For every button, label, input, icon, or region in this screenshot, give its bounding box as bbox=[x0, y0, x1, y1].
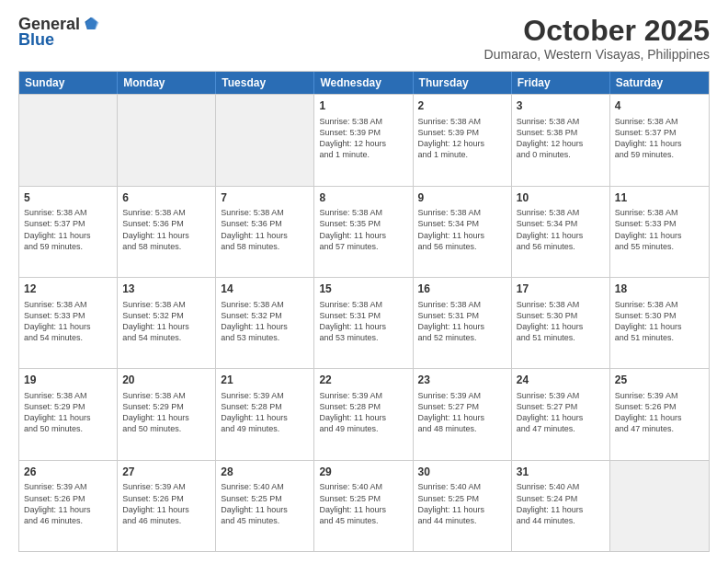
day-number: 15 bbox=[319, 282, 407, 297]
cell-info: Sunrise: 5:40 AM Sunset: 5:25 PM Dayligh… bbox=[221, 481, 309, 526]
day-number: 5 bbox=[24, 190, 112, 206]
calendar-cell: 28Sunrise: 5:40 AM Sunset: 5:25 PM Dayli… bbox=[216, 461, 314, 551]
logo-icon bbox=[82, 16, 100, 34]
day-number: 24 bbox=[517, 373, 605, 388]
day-number: 27 bbox=[122, 465, 210, 480]
cell-info: Sunrise: 5:39 AM Sunset: 5:26 PM Dayligh… bbox=[122, 481, 210, 526]
cell-info: Sunrise: 5:40 AM Sunset: 5:25 PM Dayligh… bbox=[418, 481, 506, 526]
day-number: 6 bbox=[122, 190, 210, 206]
calendar-cell: 9Sunrise: 5:38 AM Sunset: 5:34 PM Daylig… bbox=[414, 187, 512, 277]
calendar-cell: 24Sunrise: 5:39 AM Sunset: 5:27 PM Dayli… bbox=[512, 369, 610, 459]
cell-info: Sunrise: 5:39 AM Sunset: 5:26 PM Dayligh… bbox=[24, 481, 112, 526]
weekday-header: Thursday bbox=[414, 72, 512, 94]
calendar-cell: 14Sunrise: 5:38 AM Sunset: 5:32 PM Dayli… bbox=[216, 278, 314, 368]
svg-marker-1 bbox=[85, 17, 98, 29]
calendar-cell bbox=[118, 95, 216, 185]
day-number: 1 bbox=[319, 98, 407, 114]
calendar-cell: 30Sunrise: 5:40 AM Sunset: 5:25 PM Dayli… bbox=[414, 461, 512, 551]
calendar-cell: 11Sunrise: 5:38 AM Sunset: 5:33 PM Dayli… bbox=[610, 187, 709, 277]
cell-info: Sunrise: 5:38 AM Sunset: 5:39 PM Dayligh… bbox=[418, 116, 506, 161]
calendar-cell bbox=[216, 95, 314, 185]
weekday-header: Friday bbox=[512, 72, 610, 94]
day-number: 19 bbox=[24, 373, 112, 388]
cell-info: Sunrise: 5:38 AM Sunset: 5:33 PM Dayligh… bbox=[24, 299, 112, 344]
cell-info: Sunrise: 5:39 AM Sunset: 5:26 PM Dayligh… bbox=[615, 390, 704, 435]
cell-info: Sunrise: 5:38 AM Sunset: 5:37 PM Dayligh… bbox=[24, 207, 112, 252]
calendar-cell: 1Sunrise: 5:38 AM Sunset: 5:39 PM Daylig… bbox=[314, 95, 413, 185]
day-number: 8 bbox=[319, 190, 407, 206]
day-number: 2 bbox=[418, 98, 506, 114]
day-number: 26 bbox=[24, 465, 112, 480]
calendar-cell bbox=[19, 95, 118, 185]
day-number: 20 bbox=[122, 373, 210, 388]
calendar-cell: 15Sunrise: 5:38 AM Sunset: 5:31 PM Dayli… bbox=[314, 278, 413, 368]
day-number: 12 bbox=[24, 282, 112, 297]
weekday-header: Tuesday bbox=[216, 72, 314, 94]
day-number: 4 bbox=[615, 98, 704, 114]
day-number: 3 bbox=[517, 98, 605, 114]
cell-info: Sunrise: 5:39 AM Sunset: 5:27 PM Dayligh… bbox=[517, 390, 605, 435]
cell-info: Sunrise: 5:38 AM Sunset: 5:31 PM Dayligh… bbox=[418, 299, 506, 344]
calendar-cell: 25Sunrise: 5:39 AM Sunset: 5:26 PM Dayli… bbox=[610, 369, 709, 459]
calendar-header: SundayMondayTuesdayWednesdayThursdayFrid… bbox=[19, 72, 709, 94]
calendar-cell: 2Sunrise: 5:38 AM Sunset: 5:39 PM Daylig… bbox=[414, 95, 512, 185]
cell-info: Sunrise: 5:38 AM Sunset: 5:30 PM Dayligh… bbox=[517, 299, 605, 344]
day-number: 25 bbox=[615, 373, 704, 388]
cell-info: Sunrise: 5:39 AM Sunset: 5:28 PM Dayligh… bbox=[221, 390, 309, 435]
cell-info: Sunrise: 5:38 AM Sunset: 5:33 PM Dayligh… bbox=[615, 207, 704, 252]
calendar-cell: 4Sunrise: 5:38 AM Sunset: 5:37 PM Daylig… bbox=[610, 95, 709, 185]
logo: General Blue bbox=[18, 15, 100, 50]
calendar-cell: 27Sunrise: 5:39 AM Sunset: 5:26 PM Dayli… bbox=[118, 461, 216, 551]
cell-info: Sunrise: 5:38 AM Sunset: 5:36 PM Dayligh… bbox=[122, 207, 210, 252]
cell-info: Sunrise: 5:38 AM Sunset: 5:34 PM Dayligh… bbox=[517, 207, 605, 252]
day-number: 10 bbox=[517, 190, 605, 206]
cell-info: Sunrise: 5:38 AM Sunset: 5:39 PM Dayligh… bbox=[319, 116, 407, 161]
calendar-cell: 31Sunrise: 5:40 AM Sunset: 5:24 PM Dayli… bbox=[512, 461, 610, 551]
day-number: 7 bbox=[221, 190, 309, 206]
calendar-cell: 12Sunrise: 5:38 AM Sunset: 5:33 PM Dayli… bbox=[19, 278, 118, 368]
calendar-page: General Blue October 2025 Dumarao, Weste… bbox=[0, 0, 728, 563]
weekday-header: Wednesday bbox=[314, 72, 413, 94]
calendar-cell bbox=[610, 461, 709, 551]
day-number: 17 bbox=[517, 282, 605, 297]
cell-info: Sunrise: 5:40 AM Sunset: 5:25 PM Dayligh… bbox=[319, 481, 407, 526]
calendar-cell: 16Sunrise: 5:38 AM Sunset: 5:31 PM Dayli… bbox=[414, 278, 512, 368]
title-block: October 2025 Dumarao, Western Visayas, P… bbox=[484, 15, 710, 62]
cell-info: Sunrise: 5:38 AM Sunset: 5:29 PM Dayligh… bbox=[24, 390, 112, 435]
cell-info: Sunrise: 5:38 AM Sunset: 5:32 PM Dayligh… bbox=[221, 299, 309, 344]
cell-info: Sunrise: 5:38 AM Sunset: 5:36 PM Dayligh… bbox=[221, 207, 309, 252]
calendar-cell: 10Sunrise: 5:38 AM Sunset: 5:34 PM Dayli… bbox=[512, 187, 610, 277]
calendar-cell: 6Sunrise: 5:38 AM Sunset: 5:36 PM Daylig… bbox=[118, 187, 216, 277]
calendar-cell: 20Sunrise: 5:38 AM Sunset: 5:29 PM Dayli… bbox=[118, 369, 216, 459]
page-header: General Blue October 2025 Dumarao, Weste… bbox=[18, 15, 710, 62]
day-number: 23 bbox=[418, 373, 506, 388]
calendar-cell: 23Sunrise: 5:39 AM Sunset: 5:27 PM Dayli… bbox=[414, 369, 512, 459]
day-number: 13 bbox=[122, 282, 210, 297]
location: Dumarao, Western Visayas, Philippines bbox=[484, 47, 710, 62]
day-number: 11 bbox=[615, 190, 704, 206]
calendar-cell: 3Sunrise: 5:38 AM Sunset: 5:38 PM Daylig… bbox=[512, 95, 610, 185]
calendar-cell: 7Sunrise: 5:38 AM Sunset: 5:36 PM Daylig… bbox=[216, 187, 314, 277]
cell-info: Sunrise: 5:38 AM Sunset: 5:35 PM Dayligh… bbox=[319, 207, 407, 252]
day-number: 29 bbox=[319, 465, 407, 480]
calendar-body: 1Sunrise: 5:38 AM Sunset: 5:39 PM Daylig… bbox=[19, 94, 709, 551]
calendar-cell: 29Sunrise: 5:40 AM Sunset: 5:25 PM Dayli… bbox=[314, 461, 413, 551]
weekday-header: Saturday bbox=[610, 72, 709, 94]
calendar-cell: 22Sunrise: 5:39 AM Sunset: 5:28 PM Dayli… bbox=[314, 369, 413, 459]
calendar-cell: 17Sunrise: 5:38 AM Sunset: 5:30 PM Dayli… bbox=[512, 278, 610, 368]
month-title: October 2025 bbox=[484, 15, 710, 47]
cell-info: Sunrise: 5:38 AM Sunset: 5:29 PM Dayligh… bbox=[122, 390, 210, 435]
calendar-cell: 13Sunrise: 5:38 AM Sunset: 5:32 PM Dayli… bbox=[118, 278, 216, 368]
cell-info: Sunrise: 5:39 AM Sunset: 5:28 PM Dayligh… bbox=[319, 390, 407, 435]
day-number: 9 bbox=[418, 190, 506, 206]
cell-info: Sunrise: 5:38 AM Sunset: 5:32 PM Dayligh… bbox=[122, 299, 210, 344]
day-number: 14 bbox=[221, 282, 309, 297]
calendar-cell: 26Sunrise: 5:39 AM Sunset: 5:26 PM Dayli… bbox=[19, 461, 118, 551]
cell-info: Sunrise: 5:38 AM Sunset: 5:30 PM Dayligh… bbox=[615, 299, 704, 344]
day-number: 31 bbox=[517, 465, 605, 480]
cell-info: Sunrise: 5:38 AM Sunset: 5:31 PM Dayligh… bbox=[319, 299, 407, 344]
calendar-cell: 19Sunrise: 5:38 AM Sunset: 5:29 PM Dayli… bbox=[19, 369, 118, 459]
day-number: 30 bbox=[418, 465, 506, 480]
weekday-header: Sunday bbox=[19, 72, 118, 94]
calendar-row: 1Sunrise: 5:38 AM Sunset: 5:39 PM Daylig… bbox=[19, 94, 709, 185]
